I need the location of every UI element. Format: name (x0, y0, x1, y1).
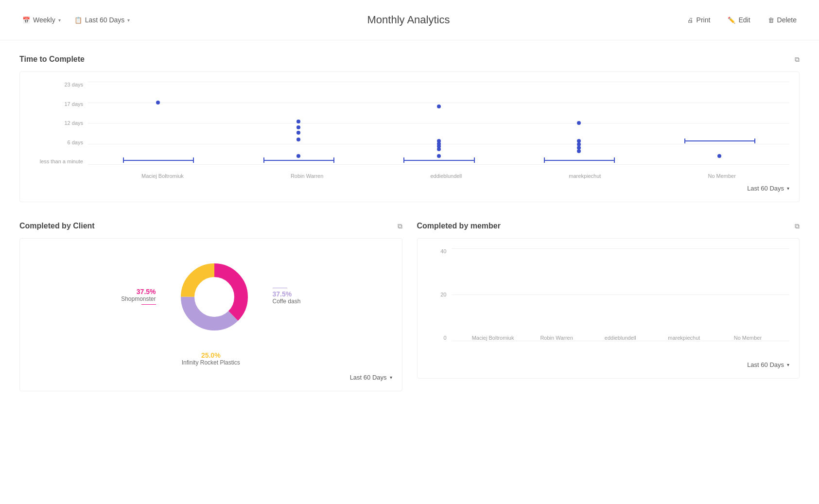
main-content: Time to Complete ⧉ 23 days 17 days 12 da… (0, 40, 819, 425)
x-label-3: marekpiechut (569, 173, 601, 179)
bar-col-robin: Robin Warren (525, 333, 589, 341)
bar-label-robin: Robin Warren (540, 335, 573, 341)
bar-col-eddie: eddieblundell (589, 333, 652, 341)
completed-by-member-period-selector[interactable]: Last 60 Days ▾ (747, 361, 789, 368)
bar-label-marek: marekpiechut (668, 335, 700, 341)
completed-by-client-chart: 37.5% Shopmonster (19, 238, 402, 391)
completed-by-member-section: Completed by member ⧉ 40 20 0 (417, 222, 800, 391)
bar-label-nomember: No Member (734, 335, 762, 341)
edit-icon: ✏️ (728, 17, 735, 24)
header-actions: 🖨 Print ✏️ Edit 🗑 Delete (684, 14, 800, 26)
scatter-dot (577, 149, 581, 153)
edit-label: Edit (738, 16, 750, 24)
donut-chart (175, 258, 253, 338)
shopmonster-pct: 37.5% (121, 288, 156, 295)
period-filter[interactable]: 📋 Last 60 Days ▾ (71, 14, 133, 26)
completed-by-client-period: Last 60 Days (350, 374, 387, 381)
delete-button[interactable]: 🗑 Delete (765, 14, 800, 26)
completed-by-member-period-chevron-icon: ▾ (787, 362, 789, 367)
coffedash-pct: 37.5% (273, 290, 301, 298)
bar-y-40: 40 (427, 248, 447, 254)
bar-grid-bottom (452, 341, 790, 341)
grid-line-bottom (88, 164, 789, 165)
period-chevron-icon: ▾ (127, 17, 130, 23)
completed-by-client-section: Completed by Client ⧉ 37.5% Shopmonster (19, 222, 402, 391)
bar-label-maciej: Maciej Boltromiuk (472, 335, 514, 341)
time-to-complete-period-selector[interactable]: Last 60 Days ▾ (747, 185, 789, 192)
bar-plot-area: Maciej Boltromiuk Robin Warren eddieblun… (452, 248, 790, 341)
bar-label-eddie: eddieblundell (605, 335, 636, 341)
infinity-pct: 25.0% (30, 351, 392, 359)
print-icon: 🖨 (687, 17, 694, 24)
scatter-dot (296, 125, 300, 129)
completed-by-client-footer: Last 60 Days ▾ (30, 374, 392, 381)
time-to-complete-section: Time to Complete ⧉ 23 days 17 days 12 da… (19, 55, 800, 202)
legend-left: 37.5% Shopmonster (121, 288, 156, 309)
scatter-dot (296, 131, 300, 135)
time-to-complete-footer: Last 60 Days ▾ (30, 185, 789, 192)
time-to-complete-expand-icon[interactable]: ⧉ (795, 55, 800, 64)
period-calendar-icon: 📋 (74, 17, 82, 24)
y-label-4: less than a minute (30, 158, 83, 164)
bars-group: Maciej Boltromiuk Robin Warren eddieblun… (452, 248, 790, 341)
page-header: 📅 Weekly ▾ 📋 Last 60 Days ▾ Monthly Anal… (0, 0, 819, 40)
delete-label: Delete (777, 16, 797, 24)
y-label-1: 17 days (30, 101, 83, 107)
bar-y-labels: 40 20 0 (427, 248, 447, 341)
header-filters: 📅 Weekly ▾ 📋 Last 60 Days ▾ (19, 14, 133, 26)
x-label-2: eddieblundell (430, 173, 462, 179)
scatter-dot (296, 154, 300, 158)
time-to-complete-title: Time to Complete (19, 55, 85, 64)
scatter-dot (437, 147, 441, 151)
legend-coffedash: 37.5% Coffe dash (273, 288, 301, 305)
completed-by-client-title: Completed by Client (19, 222, 95, 230)
y-label-0: 23 days (30, 82, 83, 87)
time-to-complete-header: Time to Complete ⧉ (19, 55, 800, 64)
coffedash-line (273, 288, 287, 288)
print-label: Print (697, 16, 711, 24)
scatter-plot-area (88, 82, 789, 164)
period-label: Last 60 Days (85, 16, 125, 24)
shopmonster-label: Shopmonster (121, 295, 156, 302)
x-label-1: Robin Warren (291, 173, 323, 179)
svg-point-3 (195, 278, 234, 316)
completed-by-client-period-chevron-icon: ▾ (390, 375, 392, 380)
x-label-4: No Member (708, 173, 735, 179)
y-label-2: 12 days (30, 120, 83, 126)
page-title: Monthly Analytics (367, 14, 450, 26)
completed-by-member-expand-icon[interactable]: ⧉ (795, 222, 800, 230)
weekly-chevron-icon: ▾ (58, 17, 61, 23)
scatter-dot (437, 104, 441, 108)
scatter-dot (296, 120, 300, 123)
completed-by-client-header: Completed by Client ⧉ (19, 222, 402, 230)
legend-right: 37.5% Coffe dash (273, 288, 301, 309)
scatter-dot (296, 138, 300, 141)
completed-by-client-period-selector[interactable]: Last 60 Days ▾ (350, 374, 392, 381)
print-button[interactable]: 🖨 Print (684, 14, 714, 26)
bar-chart: 40 20 0 Maciej Boltromiuk (427, 248, 790, 355)
time-to-complete-chart: 23 days 17 days 12 days 6 days less than… (19, 71, 800, 202)
completed-by-client-expand-icon[interactable]: ⧉ (398, 222, 402, 230)
time-to-complete-period-chevron-icon: ▾ (787, 186, 789, 191)
bar-col-nomember: No Member (716, 333, 780, 341)
calendar-icon: 📅 (22, 17, 30, 24)
bar-y-0: 0 (427, 335, 447, 341)
coffedash-label: Coffe dash (273, 298, 301, 305)
scatter-chart: 23 days 17 days 12 days 6 days less than… (30, 82, 789, 179)
weekly-label: Weekly (33, 16, 55, 24)
bottom-row: Completed by Client ⧉ 37.5% Shopmonster (19, 222, 800, 411)
completed-by-member-footer: Last 60 Days ▾ (427, 361, 790, 368)
bar-col-marek: marekpiechut (652, 333, 716, 341)
bar-y-20: 20 (427, 292, 447, 297)
edit-button[interactable]: ✏️ Edit (725, 14, 753, 26)
weekly-filter[interactable]: 📅 Weekly ▾ (19, 14, 64, 26)
delete-icon: 🗑 (768, 17, 774, 24)
completed-by-member-title: Completed by member (417, 222, 501, 230)
infinity-label: Infinity Rocket Plastics (30, 359, 392, 366)
scatter-y-labels: 23 days 17 days 12 days 6 days less than… (30, 82, 83, 164)
x-label-0: Maciej Boltromiuk (141, 173, 184, 179)
legend-bottom: 25.0% Infinity Rocket Plastics (30, 351, 392, 366)
donut-wrapper: 37.5% Shopmonster (30, 248, 392, 348)
grid-line-top (88, 82, 789, 82)
scatter-dot (156, 101, 160, 104)
